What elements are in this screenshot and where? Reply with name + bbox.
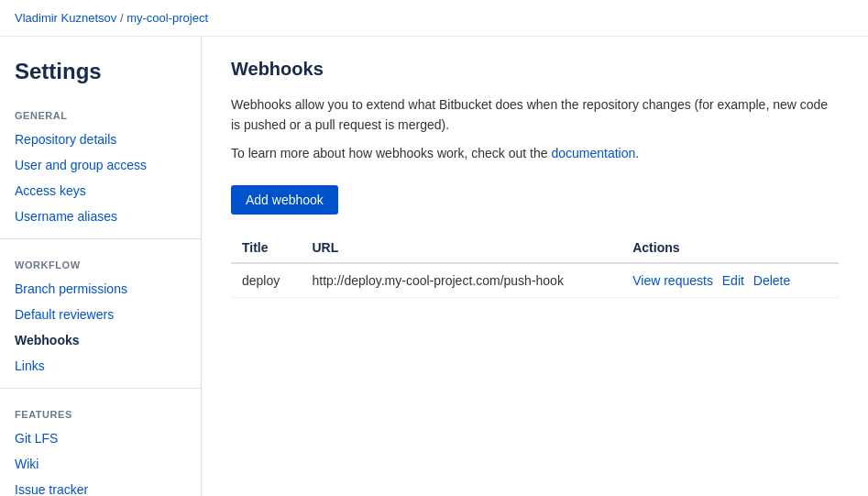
sidebar-features-label: FEATURES: [0, 398, 201, 425]
sidebar-item-access-keys[interactable]: Access keys: [0, 178, 201, 204]
sidebar-item-git-lfs[interactable]: Git LFS: [0, 425, 201, 451]
webhooks-description-2: To learn more about how webhooks work, c…: [231, 143, 839, 163]
page-title: Settings: [0, 51, 201, 99]
sidebar-item-repository-details[interactable]: Repository details: [0, 127, 201, 152]
sidebar-item-username-aliases[interactable]: Username aliases: [0, 204, 201, 229]
webhooks-table-header: Title URL Actions: [231, 233, 839, 263]
page-layout: Settings GENERAL Repository details User…: [0, 37, 868, 496]
sidebar-divider-1: [0, 238, 201, 239]
sidebar-item-default-reviewers[interactable]: Default reviewers: [0, 302, 201, 327]
breadcrumb: Vladimir Kuznetsov / my-cool-project: [0, 0, 868, 37]
breadcrumb-separator: /: [120, 11, 124, 25]
sidebar-item-links[interactable]: Links: [0, 353, 201, 379]
view-requests-link[interactable]: View requests: [632, 273, 713, 288]
sidebar-item-issue-tracker[interactable]: Issue tracker: [0, 477, 201, 496]
sidebar-general-label: GENERAL: [0, 99, 201, 127]
webhook-title: deploy: [231, 263, 301, 298]
documentation-link[interactable]: documentation: [551, 146, 635, 160]
col-actions: Actions: [621, 233, 839, 263]
col-url: URL: [301, 233, 621, 263]
add-webhook-button[interactable]: Add webhook: [231, 185, 338, 215]
sidebar-item-wiki[interactable]: Wiki: [0, 451, 201, 477]
sidebar-item-webhooks[interactable]: Webhooks: [0, 327, 201, 353]
webhooks-table-body: deploy http://deploy.my-cool-project.com…: [231, 263, 839, 298]
webhooks-title: Webhooks: [231, 59, 839, 80]
webhook-actions: View requests Edit Delete: [621, 263, 839, 298]
breadcrumb-project[interactable]: my-cool-project: [126, 11, 208, 25]
sidebar-item-user-group-access[interactable]: User and group access: [0, 152, 201, 178]
table-row: deploy http://deploy.my-cool-project.com…: [231, 263, 839, 298]
sidebar-workflow-label: WORKFLOW: [0, 248, 201, 276]
main-content: Webhooks Webhooks allow you to extend wh…: [202, 37, 868, 496]
description2-suffix: .: [635, 146, 639, 160]
webhooks-description-1: Webhooks allow you to extend what Bitbuc…: [231, 94, 839, 136]
description2-prefix: To learn more about how webhooks work, c…: [231, 146, 551, 160]
sidebar-item-branch-permissions[interactable]: Branch permissions: [0, 276, 201, 302]
col-title: Title: [231, 233, 301, 263]
edit-link[interactable]: Edit: [722, 273, 744, 288]
breadcrumb-user[interactable]: Vladimir Kuznetsov: [15, 11, 116, 25]
delete-link[interactable]: Delete: [753, 273, 790, 288]
sidebar: Settings GENERAL Repository details User…: [0, 37, 202, 496]
webhooks-table: Title URL Actions deploy http://deploy.m…: [231, 233, 839, 298]
webhook-url: http://deploy.my-cool-project.com/push-h…: [301, 263, 621, 298]
sidebar-divider-2: [0, 388, 201, 389]
